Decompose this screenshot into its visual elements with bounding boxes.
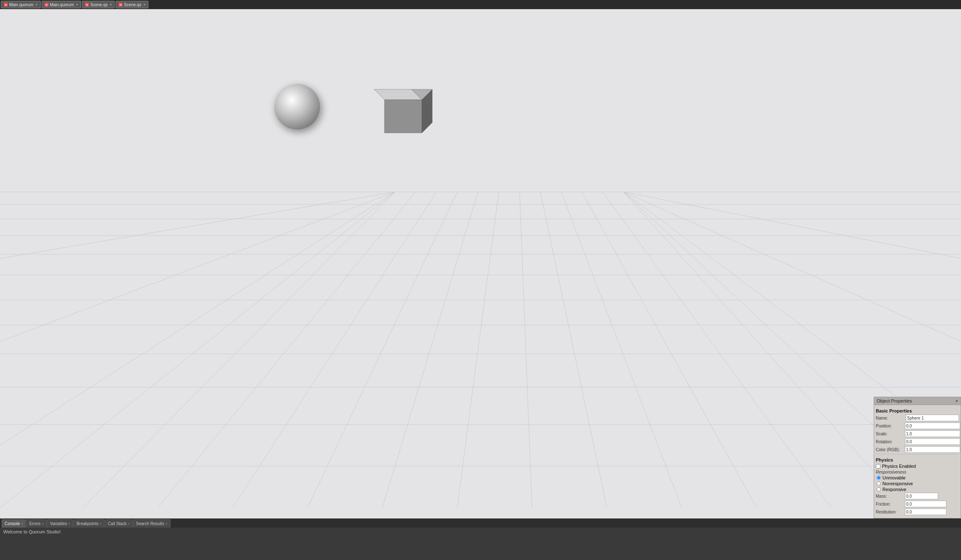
- tab-close-1[interactable]: ×: [35, 2, 37, 7]
- position-label: Position:: [876, 424, 905, 428]
- responsive-row: Responsive: [876, 487, 959, 492]
- restitution-field[interactable]: [905, 508, 946, 515]
- tab-icon-4: n: [118, 2, 123, 7]
- svg-rect-0: [0, 9, 961, 518]
- mass-label: Mass:: [876, 494, 905, 499]
- physics-enabled-label: Physics Enabled: [882, 464, 916, 469]
- responsiveness-label: Responsiveness: [876, 470, 959, 474]
- name-label: Name:: [876, 416, 905, 420]
- unmovable-radio[interactable]: [877, 476, 881, 480]
- tab-search-results-label: Search Results: [136, 521, 164, 526]
- tab-main-quorum-2[interactable]: n Main.quorum ×: [42, 1, 81, 8]
- rotation-x-field[interactable]: [905, 438, 960, 445]
- properties-content: Basic Properties Name: Position:: [874, 405, 961, 518]
- tab-console-label: Console: [5, 521, 20, 526]
- tab-icon-2: n: [44, 2, 49, 7]
- tab-bar: n Main.quorum × n Main.quorum × n Scene.…: [0, 0, 961, 9]
- basic-properties-label: Basic Properties: [876, 408, 959, 413]
- tab-label-4: Scene.qs: [124, 2, 141, 7]
- unmovable-label: Unmovable: [882, 475, 906, 480]
- tab-variables[interactable]: Variables ×: [47, 519, 73, 528]
- tab-call-stack-close[interactable]: ×: [128, 522, 130, 526]
- friction-field[interactable]: [905, 501, 946, 507]
- physics-label: Physics: [876, 457, 959, 462]
- name-field[interactable]: [906, 415, 959, 421]
- console-message: Welcome to Quorum Studio!: [3, 529, 61, 534]
- color-label: Color (RGB):: [876, 447, 905, 452]
- mass-row: Mass:: [876, 493, 959, 499]
- nonresponsive-radio[interactable]: [877, 481, 881, 486]
- tab-search-results-close[interactable]: ×: [165, 522, 168, 526]
- tab-label-3: Scene.qs: [90, 2, 108, 7]
- properties-close-button[interactable]: ×: [956, 398, 958, 403]
- restitution-label: Restitution:: [876, 510, 905, 514]
- tab-close-2[interactable]: ×: [76, 2, 78, 7]
- tab-close-4[interactable]: ×: [143, 2, 145, 7]
- properties-panel: Object Properties × Basic Properties Nam…: [874, 397, 961, 518]
- physics-section: Physics Physics Enabled Responsiveness U…: [876, 454, 959, 515]
- sphere-object[interactable]: [274, 84, 320, 130]
- tab-breakpoints[interactable]: Breakpoints ×: [74, 519, 104, 528]
- scale-x-field[interactable]: [905, 430, 960, 437]
- color-row: Color (RGB):: [876, 446, 959, 453]
- scale-row: Scale:: [876, 430, 959, 437]
- tab-errors-close[interactable]: ×: [42, 522, 44, 526]
- position-row: Position:: [876, 422, 959, 429]
- tab-icon-3: n: [85, 2, 89, 7]
- console-output: Welcome to Quorum Studio!: [0, 528, 961, 560]
- tab-errors[interactable]: Errors ×: [26, 519, 47, 528]
- properties-title-bar: Object Properties ×: [874, 397, 961, 405]
- tab-label-1: Main.quorum: [9, 2, 33, 7]
- tab-console[interactable]: Console ×: [2, 519, 26, 528]
- tab-scene-qs-2[interactable]: n Scene.qs ×: [116, 1, 148, 8]
- bottom-tabs-bar: Console × Errors × Variables × Breakpoin…: [0, 518, 961, 528]
- friction-label: Friction:: [876, 502, 905, 506]
- tab-call-stack-label: Call Stack: [108, 521, 126, 526]
- tab-search-results[interactable]: Search Results ×: [133, 519, 170, 528]
- tab-variables-close[interactable]: ×: [68, 522, 70, 526]
- nonresponsive-label: Nonresponsive: [882, 481, 913, 486]
- physics-enabled-checkbox[interactable]: [876, 464, 880, 469]
- cube-svg: [366, 75, 436, 139]
- rotation-row: Rotation:: [876, 438, 959, 445]
- nonresponsive-row: Nonresponsive: [876, 481, 959, 486]
- tab-console-close[interactable]: ×: [21, 522, 23, 526]
- position-x-field[interactable]: [905, 422, 960, 429]
- mass-field[interactable]: [905, 493, 938, 499]
- grid: [0, 9, 961, 518]
- tab-errors-label: Errors: [29, 521, 40, 526]
- viewport[interactable]: Object Properties × Basic Properties Nam…: [0, 9, 961, 518]
- unmovable-row: Unmovable: [876, 475, 959, 480]
- responsive-radio[interactable]: [877, 487, 881, 491]
- tab-label-2: Main.quorum: [50, 2, 74, 7]
- friction-row: Friction:: [876, 501, 959, 507]
- tab-icon-1: n: [4, 2, 8, 7]
- tab-call-stack[interactable]: Call Stack ×: [105, 519, 133, 528]
- tab-breakpoints-label: Breakpoints: [76, 521, 99, 526]
- color-r-field[interactable]: [905, 446, 960, 453]
- main-area: Object Properties × Basic Properties Nam…: [0, 9, 961, 560]
- restitution-row: Restitution:: [876, 508, 959, 515]
- rotation-label: Rotation:: [876, 440, 905, 444]
- svg-marker-33: [384, 100, 422, 133]
- tab-close-3[interactable]: ×: [110, 2, 112, 7]
- bottom-panel: Console × Errors × Variables × Breakpoin…: [0, 518, 961, 560]
- scale-label: Scale:: [876, 432, 905, 436]
- properties-title: Object Properties: [877, 398, 912, 403]
- cube-object[interactable]: [366, 75, 436, 139]
- name-row: Name:: [876, 415, 959, 421]
- tab-scene-qs-1[interactable]: n Scene.qs ×: [82, 1, 115, 8]
- tab-breakpoints-close[interactable]: ×: [100, 522, 102, 526]
- physics-enabled-row: Physics Enabled: [876, 464, 959, 469]
- tab-variables-label: Variables: [50, 521, 67, 526]
- responsive-label: Responsive: [882, 487, 906, 492]
- tab-main-quorum-1[interactable]: n Main.quorum ×: [1, 1, 41, 8]
